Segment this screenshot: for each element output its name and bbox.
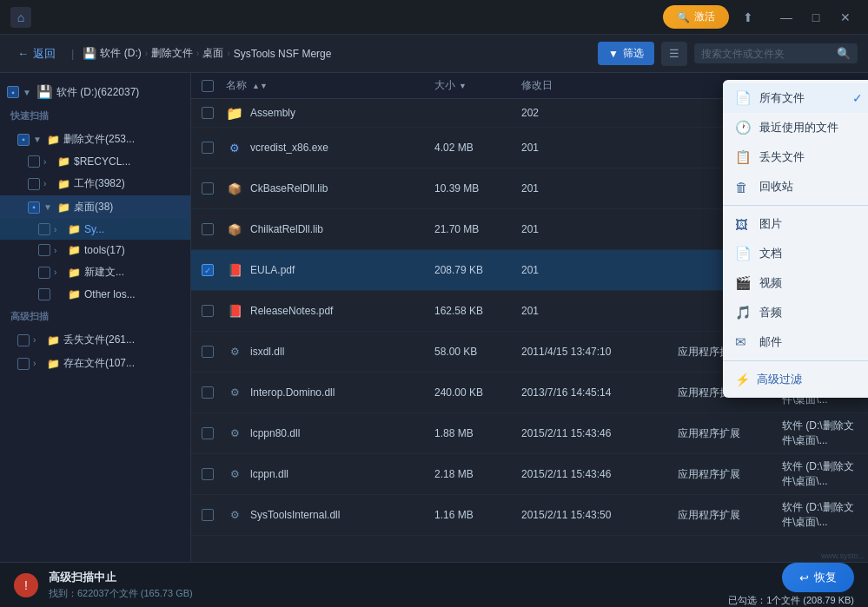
breadcrumb-deleted[interactable]: 删除文件 (151, 46, 193, 61)
filter-all-files[interactable]: 📄 所有文件 ✓ (723, 83, 868, 113)
select-all-checkbox[interactable] (202, 80, 214, 92)
table-row[interactable]: ⚙ lcppn80.dll 1.88 MB 2015/2/11 15:43:46… (191, 413, 868, 454)
sidebar-item-desktop[interactable]: ▪ ▼ 📁 桌面(38) (0, 195, 190, 219)
row-checkbox[interactable]: ✓ (202, 264, 214, 276)
check-icon: ✓ (852, 91, 863, 105)
sys-checkbox[interactable] (38, 223, 50, 235)
advanced-filter-icon: ⚡ (735, 373, 750, 386)
title-bar-left: ⌂ (10, 7, 31, 28)
sidebar-item-other[interactable]: 📁 Other los... (0, 284, 190, 305)
filter-audio[interactable]: 🎵 音频 (723, 298, 868, 327)
sidebar-item-recycle[interactable]: › 📁 $RECYCL... (0, 151, 190, 172)
folder-icon: 📁 (57, 178, 70, 190)
lost-checkbox[interactable] (17, 334, 30, 346)
folder-icon: 📁 (68, 223, 81, 235)
filter-recycle-bin[interactable]: 🗑 回收站 (723, 172, 868, 201)
table-row[interactable]: ⚙ lcppn.dll 2.18 MB 2015/2/11 15:43:46 应… (191, 454, 868, 495)
sidebar-item-exist[interactable]: › 📁 存在文件(107... (0, 352, 190, 375)
folder-icon: 📁 (68, 244, 81, 256)
row-checkbox[interactable] (202, 346, 214, 358)
dropdown-divider-2 (723, 360, 868, 361)
folder-icon: 📁 (68, 267, 81, 279)
title-bar: ⌂ 🔍 激活 ⬆ — □ ✕ (0, 0, 868, 35)
quick-scan-label: 快速扫描 (0, 104, 190, 128)
row-checkbox[interactable] (202, 386, 214, 399)
col-header-name[interactable]: 名称 ▲▼ (226, 78, 434, 93)
restore-icon: ↩ (799, 571, 809, 584)
col-header-size[interactable]: 大小 ▼ (434, 78, 521, 93)
filter-lost-files[interactable]: 📋 丢失文件 (723, 142, 868, 172)
row-checkbox[interactable] (202, 142, 214, 154)
dll-icon: ⚙ (226, 425, 243, 442)
main-layout: ▪ ▼ 💾 软件 (D:)(622037) 快速扫描 ▪ ▼ 📁 删除文件(25… (0, 73, 868, 562)
search-input[interactable] (701, 48, 832, 60)
trash-icon: 🗑 (735, 180, 751, 195)
col-header-modified[interactable]: 修改日 (521, 78, 678, 93)
status-title: 高级扫描中止 (49, 570, 193, 585)
pdf-icon: 📕 (226, 302, 243, 320)
maximize-button[interactable]: □ (804, 5, 828, 30)
row-checkbox[interactable] (202, 509, 214, 521)
lib-icon: 📦 (226, 221, 243, 238)
folder-icon: 📁 (47, 134, 60, 146)
filter-advanced[interactable]: ⚡ 高级过滤 (723, 365, 868, 394)
row-checkbox[interactable] (202, 223, 214, 235)
tools-checkbox[interactable] (38, 244, 50, 256)
drive-checkbox[interactable]: ▪ (7, 86, 19, 98)
dll-icon: ⚙ (226, 343, 243, 360)
status-right: ↩ 恢复 已勾选：1个文件 (208.79 KB) (728, 563, 854, 607)
row-checkbox[interactable] (202, 427, 214, 439)
filter-button[interactable]: ▼ 筛选 (598, 42, 654, 65)
sidebar-item-deleted[interactable]: ▪ ▼ 📁 删除文件(253... (0, 128, 190, 151)
document-icon: 📄 (735, 246, 751, 261)
status-left: ! 高级扫描中止 找到：622037个文件 (165.73 GB) (14, 570, 193, 600)
recycle-checkbox[interactable] (28, 155, 40, 168)
row-checkbox[interactable] (202, 305, 214, 317)
row-checkbox[interactable] (202, 182, 214, 195)
table-row[interactable]: ⚙ SysToolsInternal.dll 1.16 MB 2015/2/11… (191, 495, 868, 536)
filter-documents[interactable]: 📄 文档 (723, 239, 868, 268)
filter-recent-files[interactable]: 🕐 最近使用的文件 (723, 113, 868, 142)
activate-button[interactable]: 🔍 激活 (663, 5, 729, 29)
filter-email[interactable]: ✉ 邮件 (723, 327, 868, 357)
row-checkbox[interactable] (202, 107, 214, 119)
dll-icon: ⚙ (226, 384, 243, 401)
minimize-button[interactable]: — (774, 5, 798, 30)
search-icon[interactable]: 🔍 (837, 47, 851, 60)
filter-icon: ▼ (608, 48, 619, 60)
deleted-checkbox[interactable]: ▪ (17, 134, 30, 146)
folder-icon: 📁 (57, 201, 70, 214)
breadcrumb-desktop[interactable]: 桌面 (202, 46, 223, 61)
filter-video[interactable]: 🎬 视频 (723, 268, 868, 298)
picture-icon: 🖼 (735, 217, 751, 232)
sidebar-item-lost[interactable]: › 📁 丢失文件(261... (0, 328, 190, 352)
sidebar-item-tools[interactable]: › 📁 tools(17) (0, 240, 190, 261)
sidebar: ▪ ▼ 💾 软件 (D:)(622037) 快速扫描 ▪ ▼ 📁 删除文件(25… (0, 73, 191, 562)
row-checkbox[interactable] (202, 468, 214, 480)
view-button[interactable]: ☰ (661, 42, 687, 66)
activate-icon: 🔍 (677, 11, 690, 23)
breadcrumb-current[interactable]: SysTools NSF Merge (234, 48, 332, 60)
lost-icon: 📋 (735, 149, 751, 165)
back-button[interactable]: ← 返回 (10, 43, 63, 65)
share-button[interactable]: ⬆ (736, 5, 760, 30)
drive-icon: 💾 (36, 84, 53, 100)
sidebar-item-new[interactable]: › 📁 新建文... (0, 261, 190, 284)
window-controls: — □ ✕ (774, 5, 858, 30)
filter-pictures[interactable]: 🖼 图片 (723, 209, 868, 239)
new-checkbox[interactable] (38, 267, 50, 279)
close-button[interactable]: ✕ (833, 5, 858, 30)
sidebar-item-drive[interactable]: ▪ ▼ 💾 软件 (D:)(622037) (0, 80, 190, 104)
other-checkbox[interactable] (38, 288, 50, 300)
desktop-checkbox[interactable]: ▪ (28, 201, 40, 214)
exist-checkbox[interactable] (17, 358, 30, 370)
sidebar-item-work[interactable]: › 📁 工作(3982) (0, 172, 190, 195)
dll-icon: ⚙ (226, 465, 243, 483)
restore-button[interactable]: ↩ 恢复 (782, 563, 854, 592)
dropdown-divider (723, 205, 868, 206)
folder-icon: 📁 (68, 288, 81, 300)
filter-dropdown[interactable]: 📄 所有文件 ✓ 🕐 最近使用的文件 📋 丢失文件 🗑 回收站 (723, 80, 868, 398)
breadcrumb-drive[interactable]: 💾 软件 (D:) (83, 46, 141, 61)
work-checkbox[interactable] (28, 178, 40, 190)
sidebar-item-sys[interactable]: › 📁 Sy... (0, 219, 190, 240)
